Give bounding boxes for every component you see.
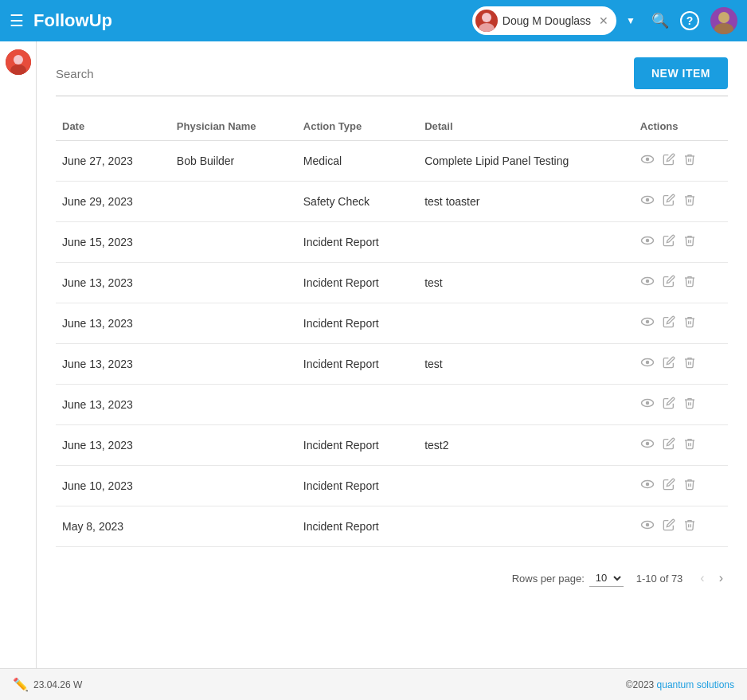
dropdown-arrow-icon[interactable]: ▼ <box>626 15 636 26</box>
edit-icon[interactable] <box>663 194 675 209</box>
delete-icon[interactable] <box>683 275 696 291</box>
cell-actions <box>634 182 728 222</box>
cell-detail: test <box>418 344 634 385</box>
content-area: NEW ITEM Date Physician Name Action Type… <box>37 41 747 668</box>
cell-detail: test2 <box>418 425 634 466</box>
view-icon[interactable] <box>640 274 655 291</box>
table-row: June 29, 2023 Safety Check test toaster <box>56 182 728 222</box>
delete-icon[interactable] <box>683 153 696 169</box>
edit-icon[interactable] <box>663 356 675 372</box>
user-badge-avatar <box>475 10 498 32</box>
svg-point-14 <box>646 280 650 284</box>
col-header-physician: Physician Name <box>170 112 297 141</box>
cell-date: May 8, 2023 <box>56 506 170 547</box>
pagination-range: 1-10 of 73 <box>636 573 683 585</box>
cell-actions <box>634 344 728 385</box>
menu-icon[interactable]: ☰ <box>10 11 24 30</box>
svg-point-2 <box>718 12 729 23</box>
col-header-actions: Actions <box>634 112 728 141</box>
delete-icon[interactable] <box>683 194 696 209</box>
help-icon[interactable]: ? <box>680 11 699 30</box>
cell-action-type: Incident Report <box>297 425 418 466</box>
cell-detail <box>418 303 634 344</box>
svg-point-24 <box>646 483 650 487</box>
view-icon[interactable] <box>640 436 655 454</box>
cell-detail: test <box>418 263 634 303</box>
table-row: June 27, 2023 Bob Builder Medical Comple… <box>56 141 728 182</box>
edit-icon[interactable] <box>663 153 675 169</box>
cell-actions <box>634 385 728 425</box>
cell-actions <box>634 425 728 466</box>
profile-avatar[interactable] <box>710 7 737 34</box>
edit-icon[interactable] <box>663 437 675 453</box>
footer-copyright: ©2023 <box>626 679 655 690</box>
cell-action-type: Incident Report <box>297 222 418 263</box>
delete-icon[interactable] <box>683 397 696 413</box>
prev-page-button[interactable]: ‹ <box>695 569 709 587</box>
cell-detail <box>418 385 634 425</box>
cell-physician <box>170 182 297 222</box>
table-body: June 27, 2023 Bob Builder Medical Comple… <box>56 141 728 547</box>
search-icon[interactable]: 🔍 <box>651 12 669 29</box>
edit-icon[interactable] <box>663 397 675 413</box>
svg-point-1 <box>479 23 495 32</box>
view-icon[interactable] <box>640 396 655 413</box>
view-icon[interactable] <box>640 477 655 495</box>
user-badge[interactable]: Doug M Douglass ✕ <box>472 6 616 35</box>
cell-action-type: Safety Check <box>297 182 418 222</box>
delete-icon[interactable] <box>683 234 696 250</box>
delete-icon[interactable] <box>683 478 696 494</box>
cell-physician <box>170 506 297 547</box>
footer-brand-link[interactable]: quantum solutions <box>657 679 734 690</box>
svg-point-16 <box>646 320 650 324</box>
view-icon[interactable] <box>640 233 655 251</box>
rows-per-page-label: Rows per page: <box>512 573 585 585</box>
view-icon[interactable] <box>640 315 655 332</box>
delete-icon[interactable] <box>683 437 696 453</box>
user-badge-close[interactable]: ✕ <box>599 14 608 27</box>
cell-date: June 13, 2023 <box>56 344 170 385</box>
cell-date: June 10, 2023 <box>56 466 170 506</box>
svg-point-26 <box>646 523 650 527</box>
sidebar <box>0 41 37 668</box>
cell-physician <box>170 263 297 303</box>
rows-per-page-select[interactable]: 5 10 25 50 <box>589 569 624 587</box>
svg-point-22 <box>646 442 650 446</box>
edit-icon[interactable] <box>663 275 675 291</box>
delete-icon[interactable] <box>683 315 696 331</box>
cell-action-type: Incident Report <box>297 506 418 547</box>
new-item-button[interactable]: NEW ITEM <box>634 57 728 89</box>
edit-icon[interactable] <box>663 478 675 494</box>
cell-date: June 29, 2023 <box>56 182 170 222</box>
cell-physician <box>170 425 297 466</box>
table-row: June 13, 2023 Incident Report test <box>56 344 728 385</box>
table-row: June 13, 2023 <box>56 385 728 425</box>
view-icon[interactable] <box>640 152 655 170</box>
app-version: 23.04.26 W <box>33 679 82 690</box>
svg-point-0 <box>482 13 491 22</box>
cell-physician <box>170 303 297 344</box>
table-row: June 15, 2023 Incident Report <box>56 222 728 263</box>
cell-actions <box>634 506 728 547</box>
cell-action-type: Medical <box>297 141 418 182</box>
col-header-detail: Detail <box>418 112 634 141</box>
table-row: June 13, 2023 Incident Report test2 <box>56 425 728 466</box>
delete-icon[interactable] <box>683 356 696 372</box>
edit-icon[interactable] <box>663 315 675 331</box>
svg-point-10 <box>646 198 650 202</box>
view-icon[interactable] <box>640 193 655 210</box>
view-icon[interactable] <box>640 355 655 373</box>
sidebar-user-avatar[interactable] <box>6 49 31 75</box>
edit-icon[interactable] <box>663 518 675 534</box>
table-row: June 13, 2023 Incident Report test <box>56 263 728 303</box>
footer-left: ✏️ 23.04.26 W <box>13 677 82 692</box>
table-row: June 13, 2023 Incident Report <box>56 303 728 344</box>
search-input[interactable] <box>56 67 624 80</box>
delete-icon[interactable] <box>683 518 696 534</box>
next-page-button[interactable]: › <box>714 569 728 587</box>
view-icon[interactable] <box>640 518 655 535</box>
main-layout: NEW ITEM Date Physician Name Action Type… <box>0 41 747 668</box>
cell-action-type <box>297 385 418 425</box>
edit-icon[interactable] <box>663 234 675 250</box>
topnav: ☰ FollowUp Doug M Douglass ✕ ▼ 🔍 ? <box>0 0 747 41</box>
